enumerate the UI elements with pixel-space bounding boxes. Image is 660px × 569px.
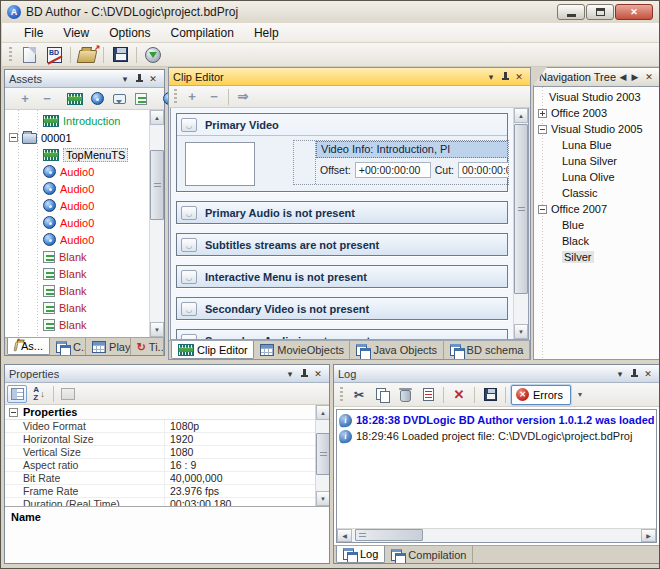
add-subtitle-button[interactable] <box>109 90 129 108</box>
nav-item-blue[interactable]: Blue <box>534 217 659 233</box>
scroll-up-icon[interactable]: ▲ <box>514 108 528 123</box>
tab-titles[interactable]: ↻Ti... <box>131 338 164 355</box>
tab-java-objects[interactable]: Java Objects <box>350 341 443 359</box>
log-entry[interactable]: i 18:29:46 Loaded project file: C:\DVDLo… <box>339 428 654 444</box>
section-header[interactable]: ◡ Secondary Video is not present <box>177 298 507 319</box>
scroll-down-icon[interactable]: ▼ <box>316 491 329 506</box>
tab-playlists[interactable]: Play... <box>86 338 131 355</box>
properties-close-button[interactable]: ✕ <box>311 367 325 380</box>
scroll-down-icon[interactable]: ▼ <box>514 324 528 339</box>
log-menu-button[interactable]: ▾ <box>613 367 627 380</box>
collapse-icon[interactable]: ◡ <box>181 118 197 132</box>
video-info-label[interactable]: Video Info: Introduction, Pl <box>316 141 508 158</box>
property-row[interactable]: Aspect ratio16 : 9 <box>5 459 315 472</box>
tree-item-blank[interactable]: Blank <box>5 248 149 265</box>
nav-item-classic[interactable]: Classic <box>534 185 659 201</box>
nav-item-office2007[interactable]: Office 2007 <box>534 201 659 217</box>
tree-item-audio0[interactable]: Audio0 <box>5 231 149 248</box>
expand-icon[interactable] <box>538 109 547 118</box>
clear-log-button[interactable]: ✕ <box>449 386 469 404</box>
save-project-button[interactable] <box>109 45 131 65</box>
clip-editor-pin-button[interactable] <box>498 70 512 83</box>
scroll-down-icon[interactable]: ▼ <box>150 322 164 337</box>
property-pages-button[interactable] <box>58 385 78 403</box>
alphabetical-sort-button[interactable]: AZ↓ <box>29 385 49 403</box>
tree-item-00001[interactable]: 00001 <box>5 129 149 146</box>
nav-item-luna-blue[interactable]: Luna Blue <box>534 137 659 153</box>
log-hscrollbar[interactable]: ◀ ▶ <box>337 528 656 542</box>
minimize-button[interactable] <box>557 4 585 20</box>
property-row[interactable]: Horizontal Size1920 <box>5 433 315 446</box>
scroll-left-icon[interactable]: ◀ <box>337 529 352 542</box>
scroll-up-icon[interactable]: ▲ <box>150 110 164 125</box>
menu-file[interactable]: File <box>14 24 53 42</box>
properties-menu-button[interactable]: ▾ <box>283 367 297 380</box>
errors-filter-button[interactable]: ✕ Errors <box>511 385 571 405</box>
clip-editor-menu-button[interactable]: ▾ <box>484 70 498 83</box>
property-row[interactable]: Bit Rate40,000,000 <box>5 472 315 485</box>
scroll-up-icon[interactable]: ▲ <box>316 405 329 420</box>
nav-item-silver[interactable]: Silver <box>534 249 659 265</box>
nav-item-office2003[interactable]: Office 2003 <box>534 105 659 121</box>
video-thumbnail[interactable] <box>185 142 255 186</box>
maximize-button[interactable] <box>586 4 614 20</box>
tree-item-audio0[interactable]: Audio0 <box>5 163 149 180</box>
tab-compilation[interactable]: Compilation <box>385 546 473 563</box>
tree-item-audio0[interactable]: Audio0 <box>5 214 149 231</box>
copy-button[interactable] <box>372 386 392 404</box>
properties-category-row[interactable]: Properties <box>5 405 315 420</box>
properties-scrollbar[interactable]: ▲ ▼ <box>315 405 329 506</box>
expand-icon[interactable]: ◡ <box>181 270 197 284</box>
tab-log[interactable]: Log <box>336 546 385 563</box>
log-list-button[interactable] <box>418 386 438 404</box>
clip-editor-close-button[interactable]: ✕ <box>512 70 526 83</box>
tree-item-blank[interactable]: Blank <box>5 299 149 316</box>
cut-button[interactable]: ✂ <box>349 386 369 404</box>
log-pin-button[interactable] <box>627 367 641 380</box>
cut-input[interactable] <box>458 162 508 178</box>
section-header[interactable]: ◡ Primary Video <box>177 114 507 135</box>
log-entry[interactable]: i 18:28:38 DVDLogic BD Author version 1.… <box>339 412 654 428</box>
navigate-button[interactable]: ⇒ <box>233 88 253 106</box>
scroll-thumb[interactable] <box>150 150 164 220</box>
expand-icon[interactable]: ◡ <box>181 206 197 220</box>
add-stream-button[interactable]: + <box>182 88 202 106</box>
expand-icon[interactable]: ◡ <box>181 334 197 341</box>
collapse-icon[interactable] <box>538 205 547 214</box>
tree-item-blank[interactable]: Blank <box>5 265 149 282</box>
tree-item-blank[interactable]: Blank <box>5 282 149 299</box>
categorized-view-button[interactable] <box>7 385 27 403</box>
remove-asset-button[interactable]: − <box>37 90 57 108</box>
assets-pin-button[interactable] <box>132 72 146 85</box>
properties-pin-button[interactable] <box>297 367 311 380</box>
expand-icon[interactable]: ◡ <box>181 302 197 316</box>
tree-item-audio0[interactable]: Audio0 <box>5 180 149 197</box>
compile-button[interactable] <box>142 45 164 65</box>
tab-bd-schema[interactable]: BD schema <box>444 341 530 359</box>
section-header[interactable]: ◡ Secondary Audio is not present <box>177 330 507 340</box>
tree-item-blank[interactable]: Blank <box>5 316 149 333</box>
nav-scroll-left-icon[interactable]: ◀ <box>618 71 628 84</box>
scroll-thumb[interactable] <box>355 529 423 541</box>
collapse-icon[interactable] <box>538 125 547 134</box>
tree-item-audio0[interactable]: Audio0 <box>5 197 149 214</box>
nav-item-vs2005[interactable]: Visual Studio 2005 <box>534 121 659 137</box>
scroll-thumb[interactable] <box>316 433 329 475</box>
tab-movieobjects[interactable]: MovieObjects <box>254 341 350 359</box>
save-log-button[interactable] <box>480 386 500 404</box>
tab-clip-editor[interactable]: Clip Editor <box>171 341 254 359</box>
nav-item-luna-olive[interactable]: Luna Olive <box>534 169 659 185</box>
toolbar-overflow-icon[interactable]: ▾ <box>574 390 586 399</box>
close-button[interactable]: ✕ <box>615 4 653 20</box>
tree-item-topmenuts[interactable]: TopMenuTS <box>5 146 149 163</box>
collapse-expander-icon[interactable] <box>9 133 18 142</box>
tab-clips[interactable]: C... <box>50 338 86 355</box>
scroll-thumb[interactable] <box>514 124 528 294</box>
add-video-button[interactable] <box>65 90 85 108</box>
property-row[interactable]: Duration (Real Time)00:03:00.180 <box>5 498 315 507</box>
offset-input[interactable] <box>355 162 431 178</box>
delete-button[interactable] <box>395 386 415 404</box>
menu-view[interactable]: View <box>53 24 99 42</box>
log-close-button[interactable]: ✕ <box>641 367 655 380</box>
clip-editor-scrollbar[interactable]: ▲ ▼ <box>513 108 528 339</box>
